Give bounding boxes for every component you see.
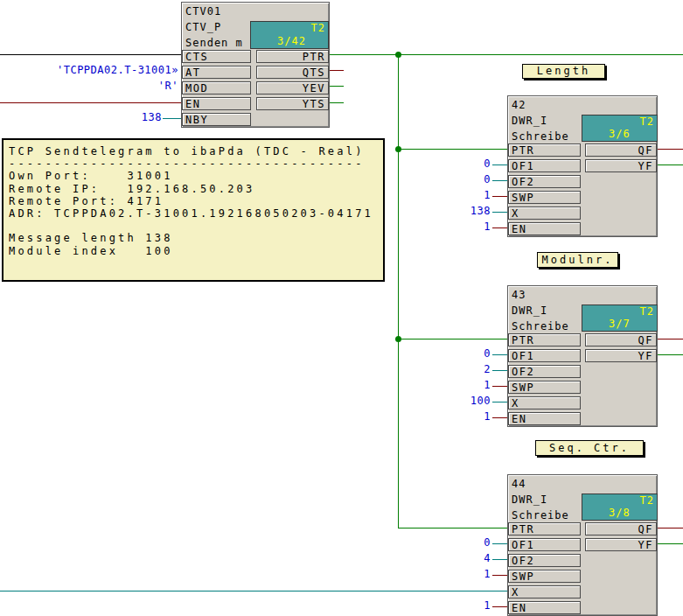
pin-en[interactable]: EN: [508, 222, 581, 235]
value-mod[interactable]: 'R': [26, 80, 178, 93]
wire-of2-stub-44: [492, 559, 507, 560]
value-x-43[interactable]: 100: [451, 395, 491, 408]
value-at[interactable]: 'TCPPDA02.T-31001»: [26, 64, 178, 77]
pin-qf-out[interactable]: QF: [585, 333, 657, 346]
pin-x[interactable]: X: [508, 396, 581, 410]
block-ctv01[interactable]: CTV01 CTV_P Senden m T2 3/42 CTS AT MOD …: [181, 2, 330, 128]
badge-corner-label: T2: [640, 116, 654, 128]
block-number: 43: [512, 288, 526, 303]
value-nby[interactable]: 138: [123, 111, 162, 124]
pin-ptr[interactable]: PTR: [508, 333, 581, 346]
comment-line: ---------------------------------------: [9, 158, 378, 170]
pin-label: AT: [185, 66, 200, 79]
pin-label: SWP: [512, 382, 534, 394]
pin-of1[interactable]: OF1: [508, 159, 581, 172]
value-swp-44[interactable]: 1: [451, 568, 491, 581]
block-type: DWR_I: [512, 304, 547, 318]
pin-label: X: [512, 207, 519, 220]
value-of1-43[interactable]: 0: [451, 347, 491, 360]
block-42[interactable]: 42 DWR_I Schreibe T2 3/6 PTR OF1 OF2 SWP…: [507, 95, 658, 237]
pin-x[interactable]: X: [508, 585, 581, 598]
block-43[interactable]: 43 DWR_I Schreibe T2 3/7 PTR OF1 OF2 SWP…: [507, 285, 658, 427]
label-seqctr[interactable]: Seq. Ctr.: [535, 440, 644, 456]
wire-of1-stub-42: [492, 164, 507, 165]
pin-ptr-out[interactable]: PTR: [256, 50, 329, 63]
comment-line: Own Port: 31001: [9, 170, 378, 182]
pin-label: QTS: [303, 66, 325, 79]
pin-label: OF2: [512, 555, 534, 567]
pin-x[interactable]: X: [508, 206, 581, 220]
junction-dot: [395, 52, 401, 58]
pin-label: YF: [638, 160, 653, 172]
block-type: DWR_I: [512, 493, 547, 508]
block-44[interactable]: 44 DWR_I Schreibe T2 3/8 PTR OF1 OF2 SWP…: [507, 474, 658, 616]
pin-of2[interactable]: OF2: [508, 365, 581, 378]
pin-en[interactable]: EN: [508, 601, 581, 614]
pin-of2[interactable]: OF2: [508, 175, 581, 188]
value-swp-42[interactable]: 1: [451, 189, 491, 202]
pin-mod[interactable]: MOD: [182, 81, 251, 94]
comment-line: ADR: TCPPDA02.T-31001.192168050203-04171: [9, 207, 378, 220]
badge-corner-label: T2: [640, 495, 654, 507]
pin-ptr[interactable]: PTR: [508, 522, 581, 536]
pin-cts[interactable]: CTS: [182, 50, 251, 63]
value-of1-44[interactable]: 0: [451, 536, 491, 550]
pin-en[interactable]: EN: [182, 97, 251, 110]
pin-ptr[interactable]: PTR: [508, 144, 581, 157]
wire-of1-stub-43: [492, 354, 507, 355]
pin-label: YTS: [303, 98, 325, 110]
block-type: DWR_I: [512, 114, 547, 129]
wire-swp-stub-42: [492, 196, 507, 197]
value-of2-44[interactable]: 4: [451, 552, 491, 565]
pin-yev-out[interactable]: YEV: [256, 81, 329, 94]
wire-yf-out-43: [658, 354, 683, 355]
pin-qf-out[interactable]: QF: [585, 144, 657, 157]
value-en-43[interactable]: 1: [451, 410, 491, 424]
wire-yts-stub: [330, 102, 344, 103]
value-of2-43[interactable]: 2: [451, 363, 491, 376]
value-x-42[interactable]: 138: [451, 205, 491, 218]
wire-en-input: [0, 102, 181, 103]
task-badge: T2 3/7: [582, 304, 658, 332]
pin-label: YF: [638, 350, 653, 362]
pin-yf-out[interactable]: YF: [585, 159, 657, 172]
pin-label: EN: [512, 223, 526, 235]
pin-at[interactable]: AT: [182, 66, 251, 79]
pin-swp[interactable]: SWP: [508, 191, 581, 204]
pin-yf-out[interactable]: YF: [585, 538, 657, 551]
pin-yf-out[interactable]: YF: [585, 349, 657, 362]
value-en-44[interactable]: 1: [451, 599, 491, 612]
pin-of2[interactable]: OF2: [508, 554, 581, 567]
pin-qts-out[interactable]: QTS: [256, 66, 329, 79]
pin-label: QF: [638, 144, 653, 157]
task-badge: T2 3/8: [582, 494, 658, 521]
pin-qf-out[interactable]: QF: [585, 522, 657, 536]
pin-of1[interactable]: OF1: [508, 538, 581, 551]
value-of1-42[interactable]: 0: [451, 158, 491, 171]
pin-of1[interactable]: OF1: [508, 349, 581, 362]
pin-en[interactable]: EN: [508, 412, 581, 425]
comment-line: TCP Sendtelegram to ibaPda (TDC - Real): [9, 145, 378, 158]
comment-box[interactable]: TCP Sendtelegram to ibaPda (TDC - Real) …: [2, 138, 385, 282]
label-modulnr[interactable]: Modulnr.: [537, 252, 618, 268]
wire-of1-stub-44: [492, 543, 507, 544]
wire-ptr-main: [330, 54, 683, 55]
value-en-42[interactable]: 1: [451, 220, 491, 234]
badge-task-label: 3/8: [609, 508, 631, 519]
pin-nby[interactable]: NBY: [182, 113, 251, 126]
pin-swp[interactable]: SWP: [508, 381, 581, 394]
pin-swp[interactable]: SWP: [508, 570, 581, 583]
block-comment: Senden m: [185, 36, 243, 51]
pin-label: SWP: [512, 192, 534, 204]
pin-label: YEV: [303, 82, 325, 94]
wire-swp-stub-43: [492, 386, 507, 387]
pin-yts-out[interactable]: YTS: [256, 97, 329, 110]
block-comment: Schreibe: [512, 319, 569, 334]
value-swp-43[interactable]: 1: [451, 379, 491, 392]
wire-ptr-vertical: [398, 54, 399, 528]
pin-label: YF: [638, 539, 653, 551]
pin-label: PTR: [303, 51, 325, 63]
pin-label: PTR: [512, 523, 534, 536]
label-length[interactable]: Length: [522, 64, 605, 79]
value-of2-42[interactable]: 0: [451, 173, 491, 186]
